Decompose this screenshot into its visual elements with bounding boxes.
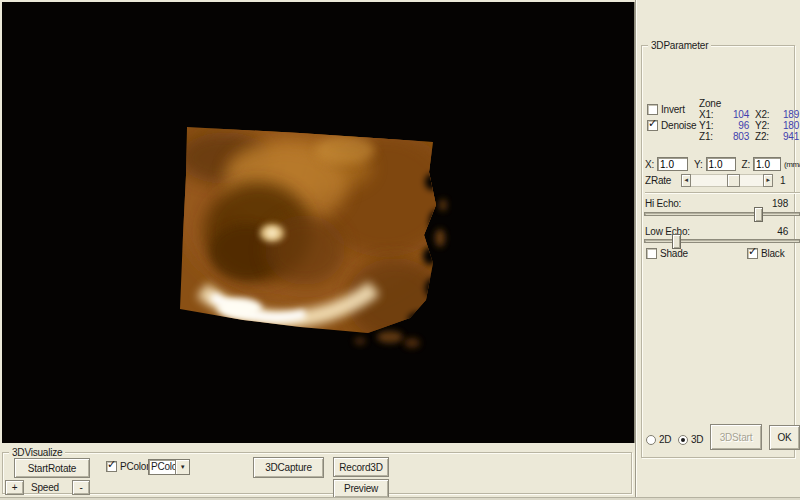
pcolor-checkbox[interactable]: ✓ PColor	[106, 461, 149, 472]
visualize-groupbox: 3DVisualize StartRotate + Speed - ✓ PCol…	[2, 452, 632, 494]
mode-3d-label: 3D	[691, 434, 703, 445]
denoise-checkbox-box[interactable]: ✓	[647, 120, 658, 131]
zone-x2-value: 189	[771, 110, 799, 120]
speed-label: Speed	[31, 482, 59, 493]
shade-label: Shade	[660, 248, 688, 259]
invert-checkbox-box[interactable]	[647, 104, 658, 115]
zone-label: Zone	[699, 98, 721, 109]
scale-z-input[interactable]	[753, 157, 781, 171]
zone-x1-label: X1:	[699, 110, 719, 120]
low-echo-value: 46	[777, 226, 788, 237]
zrate-scrollbar[interactable]: ◄ ►	[681, 174, 773, 187]
parameter-groupbox: 3DParameter Invert ✓ Denoise Zone X1: 10…	[641, 45, 795, 458]
black-checkbox-box[interactable]: ✓	[747, 248, 758, 259]
scale-row: X: Y: Z: (mm/p)	[645, 156, 800, 172]
zone-z1-value: 803	[719, 132, 749, 142]
mode-3d-radio-circle[interactable]	[678, 435, 688, 445]
ok-button[interactable]: OK	[769, 425, 800, 450]
zrate-track[interactable]	[691, 174, 763, 187]
black-label: Black	[761, 248, 784, 259]
mode-3d-radio[interactable]: 3D	[678, 434, 703, 445]
pcolor-combo-value: PColor	[149, 460, 175, 474]
scale-y-label: Y:	[694, 159, 703, 170]
invert-checkbox[interactable]: Invert	[647, 104, 685, 115]
hi-echo-slider[interactable]	[644, 212, 800, 216]
black-checkbox[interactable]: ✓ Black	[747, 248, 784, 259]
zone-values: X1: 104 X2: 189 Y1: 96 Y2: 180 Z1: 803 Z…	[699, 110, 799, 142]
separator	[645, 192, 800, 194]
visualize-group-title: 3DVisualize	[9, 447, 65, 458]
low-echo-label: Low Echo:	[645, 226, 690, 237]
scale-unit-label: (mm/p)	[784, 160, 800, 169]
denoise-label: Denoise	[661, 120, 696, 131]
shade-checkbox[interactable]: Shade	[646, 248, 688, 259]
pcolor-checkbox-box[interactable]: ✓	[106, 461, 117, 472]
low-echo-thumb[interactable]	[672, 234, 681, 249]
scale-y-input[interactable]	[706, 157, 736, 171]
radio-dot	[681, 438, 685, 442]
chevron-down-icon[interactable]: ▼	[175, 460, 189, 474]
mode-2d-radio[interactable]: 2D	[646, 434, 671, 445]
scroll-left-icon[interactable]: ◄	[681, 174, 691, 187]
mode-2d-radio-circle[interactable]	[646, 435, 656, 445]
zone-y1-label: Y1:	[699, 121, 719, 131]
zone-y2-label: Y2:	[749, 121, 771, 131]
ultrasound-render	[2, 2, 635, 443]
speed-minus-button[interactable]: -	[72, 480, 90, 495]
denoise-checkbox[interactable]: ✓ Denoise	[647, 120, 696, 131]
zone-y1-value: 96	[719, 121, 749, 131]
render-viewport[interactable]	[2, 2, 635, 443]
check-icon: ✓	[107, 459, 116, 470]
low-echo-slider[interactable]	[644, 239, 800, 243]
check-icon: ✓	[648, 118, 657, 129]
record3d-button[interactable]: Record3D	[333, 457, 389, 477]
mode-2d-label: 2D	[659, 434, 671, 445]
zone-z2-value: 941	[771, 132, 799, 142]
scale-x-label: X:	[645, 159, 654, 170]
zone-z1-label: Z1:	[699, 132, 719, 142]
zrate-value: 1	[780, 175, 785, 186]
zone-y2-value: 180	[771, 121, 799, 131]
check-icon: ✓	[748, 246, 757, 257]
preview-button[interactable]: Preview	[333, 479, 389, 498]
3dstart-button[interactable]: 3DStart	[710, 424, 762, 450]
speed-plus-button[interactable]: +	[5, 480, 24, 495]
zone-z2-label: Z2:	[749, 132, 771, 142]
hi-echo-label: Hi Echo:	[645, 198, 681, 209]
hi-echo-value: 198	[772, 198, 788, 209]
pcolor-label: PColor	[120, 461, 149, 472]
parameter-panel: 3DParameter Invert ✓ Denoise Zone X1: 10…	[637, 0, 800, 500]
pcolor-combobox[interactable]: PColor ▼	[148, 459, 190, 475]
zrate-thumb[interactable]	[727, 174, 740, 187]
hi-echo-thumb[interactable]	[754, 207, 763, 222]
zone-x1-value: 104	[719, 110, 749, 120]
start-rotate-button[interactable]: StartRotate	[14, 458, 90, 478]
3dcapture-button[interactable]: 3DCapture	[253, 457, 324, 478]
scale-z-label: Z:	[742, 159, 751, 170]
parameter-group-title: 3DParameter	[648, 40, 711, 51]
shade-checkbox-box[interactable]	[646, 248, 657, 259]
invert-label: Invert	[661, 104, 685, 115]
scale-x-input[interactable]	[657, 157, 688, 171]
zone-x2-label: X2:	[749, 110, 771, 120]
visualize-panel: 3DVisualize StartRotate + Speed - ✓ PCol…	[0, 443, 635, 500]
zrate-label: ZRate	[645, 175, 671, 186]
scroll-right-icon[interactable]: ►	[763, 174, 773, 187]
